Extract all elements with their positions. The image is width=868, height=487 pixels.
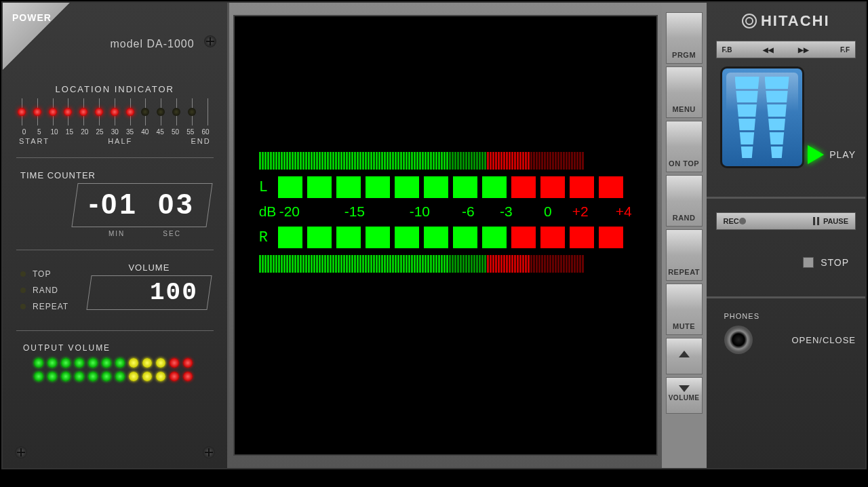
mode-flags: TOP RAND REPEAT	[20, 262, 68, 318]
location-tick	[161, 98, 161, 125]
location-tick	[22, 98, 22, 125]
center-display: L dB -20 -15 -10 -6 -3 0 +2 +4 R	[233, 15, 658, 456]
location-led	[64, 108, 72, 116]
location-num: 30	[110, 128, 120, 136]
volume-up-button[interactable]	[666, 338, 703, 374]
prgm-button[interactable]: PRGM	[666, 12, 703, 64]
rec-label: REC	[724, 217, 739, 225]
location-tick	[176, 98, 177, 125]
meter-block	[570, 176, 594, 198]
meter-block	[336, 227, 361, 248]
forward-icon[interactable]: ▶▶	[798, 46, 809, 54]
play-icon	[808, 145, 824, 164]
meter-l-label: L	[259, 179, 273, 196]
db-scale: dB -20 -15 -10 -6 -3 0 +2 +4	[259, 203, 632, 220]
location-tick	[99, 98, 100, 125]
volume-led	[61, 358, 71, 368]
menu-button[interactable]: MENU	[666, 66, 703, 118]
meter-fine-bottom	[259, 255, 632, 273]
time-counter: TIME COUNTER -01 03 MIN SEC	[9, 170, 220, 237]
seek-bar[interactable]: F.B ◀◀ ▶▶ F.F	[716, 41, 856, 58]
rewind-icon[interactable]: ◀◀	[763, 46, 774, 54]
phones-label: PHONES	[724, 312, 856, 320]
meter-block	[482, 176, 507, 198]
triangle-down-icon	[679, 385, 690, 392]
rec-pause-bar[interactable]: REC PAUSE	[716, 212, 856, 230]
pause-icon	[813, 217, 819, 225]
model-label: model DA-1000	[110, 38, 194, 50]
meter-block	[511, 227, 536, 248]
meter-block	[336, 176, 361, 198]
location-tick	[83, 98, 84, 125]
meter-block	[511, 176, 536, 198]
phones-jack[interactable]	[724, 326, 753, 354]
repeat-flag: REPEAT	[33, 302, 68, 311]
rec-dot-icon	[739, 218, 746, 225]
brand-icon	[742, 14, 757, 28]
location-led	[49, 108, 57, 116]
location-num: 0	[19, 128, 29, 136]
meter-block	[453, 176, 477, 198]
meter-block	[540, 176, 565, 198]
stop-button[interactable]: STOP	[716, 257, 856, 268]
rand-button[interactable]: RAND	[666, 175, 703, 227]
meter-block	[540, 227, 565, 248]
location-num: 5	[34, 128, 44, 136]
power-button[interactable]: POWER	[12, 12, 52, 23]
location-num: 50	[170, 128, 180, 136]
repeat-button[interactable]: REPEAT	[666, 229, 703, 281]
volume-down-button[interactable]: VOLUME	[666, 377, 703, 414]
location-num: 25	[94, 128, 104, 136]
brand: HITACHI	[716, 12, 856, 30]
volume-led	[170, 358, 179, 368]
location-led	[172, 108, 180, 116]
meter-block	[424, 227, 448, 248]
volume-led	[156, 358, 165, 368]
location-num: 40	[140, 128, 150, 136]
volume-led	[129, 372, 138, 381]
top-flag: TOP	[33, 269, 51, 279]
time-counter-label: TIME COUNTER	[20, 170, 210, 180]
volume-led	[47, 372, 57, 381]
location-tick	[208, 98, 208, 125]
open-close-button[interactable]: OPEN/CLOSE	[791, 335, 856, 345]
location-tick	[53, 98, 54, 125]
location-tick	[37, 98, 38, 125]
mute-button[interactable]: MUTE	[666, 284, 703, 335]
volume-led	[47, 358, 57, 368]
tc-min-label: MIN	[108, 230, 125, 237]
stop-label: STOP	[821, 257, 849, 268]
stop-icon	[803, 257, 814, 268]
volume-led	[115, 372, 125, 381]
screw-icon	[15, 446, 27, 459]
left-panel: POWER model DA-1000 LOCATION INDICATOR 0…	[3, 3, 229, 468]
meter-right-row: R	[259, 227, 632, 248]
meter-block	[278, 227, 302, 248]
location-start: START	[19, 137, 50, 145]
separator	[707, 197, 865, 199]
meter-block	[453, 227, 477, 248]
volume-led	[75, 372, 84, 381]
volume-led	[61, 372, 71, 381]
location-indicator: LOCATION INDICATOR 051015202530354045505…	[9, 84, 220, 145]
play-button[interactable]: PLAY	[808, 145, 856, 164]
volume-led	[34, 358, 43, 368]
location-tick	[192, 98, 193, 125]
ontop-button[interactable]: ON TOP	[666, 121, 703, 172]
separator	[707, 296, 865, 298]
location-title: LOCATION INDICATOR	[19, 84, 211, 94]
location-led	[18, 108, 26, 116]
right-panel: HITACHI F.B ◀◀ ▶▶ F.F PLAY REC PAUSE STO…	[707, 3, 865, 468]
location-num: 60	[201, 128, 211, 136]
fb-label: F.B	[722, 46, 732, 54]
location-tick	[145, 98, 146, 125]
meter-block	[599, 227, 623, 248]
meter-block	[366, 227, 390, 248]
play-label: PLAY	[829, 149, 856, 160]
location-led	[188, 108, 196, 116]
meter-block	[395, 227, 419, 248]
location-num: 35	[125, 128, 135, 136]
location-num: 45	[155, 128, 165, 136]
location-led	[79, 108, 87, 116]
meter-r-label: R	[259, 229, 273, 246]
